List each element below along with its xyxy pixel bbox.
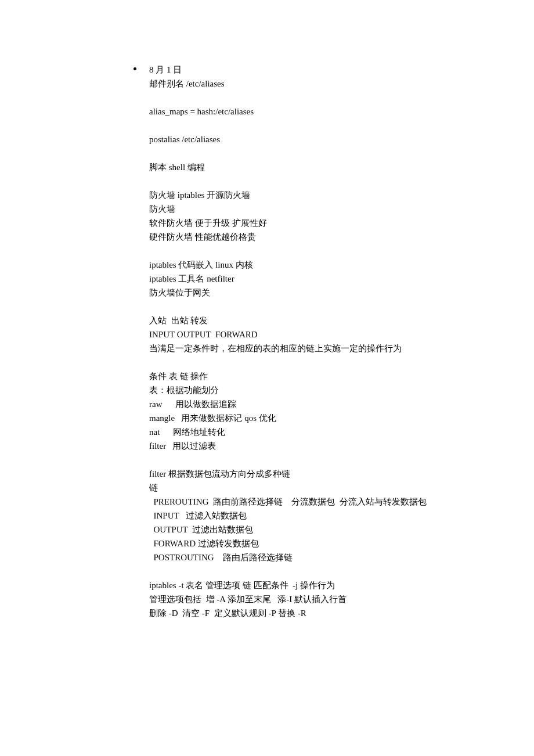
text-line: 管理选项包括 增 -A 添加至末尾 添-I 默认插入行首 bbox=[149, 592, 464, 606]
text-line: iptables -t 表名 管理选项 链 匹配条件 -j 操作行为 bbox=[149, 578, 464, 592]
blank-line bbox=[149, 300, 464, 314]
text-line: iptables 代码嵌入 linux 内核 bbox=[149, 258, 464, 272]
text-line: filter 根据数据包流动方向分成多种链 bbox=[149, 467, 464, 481]
text-line: FORWARD 过滤转发数据包 bbox=[149, 537, 464, 550]
blank-line bbox=[149, 244, 464, 258]
document-body: 8 月 1 日 邮件别名 /etc/aliases alias_maps = h… bbox=[0, 63, 534, 620]
blank-line bbox=[149, 118, 464, 132]
text-line: 入站 出站 转发 bbox=[149, 314, 464, 327]
text-line: mangle 用来做数据标记 qos 优化 bbox=[149, 411, 464, 425]
text-line: 脚本 shell 编程 bbox=[149, 160, 464, 174]
blank-line bbox=[149, 91, 464, 105]
text-line: filter 用以过滤表 bbox=[149, 439, 464, 453]
blank-line bbox=[149, 564, 464, 578]
text-line: alias_maps = hash:/etc/aliases bbox=[149, 105, 464, 118]
text-line: INPUT 过滤入站数据包 bbox=[149, 509, 464, 523]
text-line: 删除 -D 清空 -F 定义默认规则 -P 替换 -R bbox=[149, 606, 464, 620]
text-line: 邮件别名 /etc/aliases bbox=[149, 77, 464, 91]
blank-line bbox=[149, 174, 464, 188]
blank-line bbox=[149, 146, 464, 160]
text-line: 硬件防火墙 性能优越价格贵 bbox=[149, 230, 464, 244]
bullet-marker bbox=[134, 67, 136, 70]
text-line: POSTROUTING 路由后路径选择链 bbox=[149, 550, 464, 564]
date-line: 8 月 1 日 bbox=[149, 63, 464, 77]
bullet-item: 8 月 1 日 bbox=[149, 63, 464, 77]
text-line: postalias /etc/aliases bbox=[149, 132, 464, 146]
blank-line bbox=[149, 453, 464, 467]
text-line: 条件 表 链 操作 bbox=[149, 369, 464, 383]
text-line: 表：根据功能划分 bbox=[149, 383, 464, 397]
text-line: OUTPUT 过滤出站数据包 bbox=[149, 523, 464, 537]
blank-line bbox=[149, 355, 464, 369]
text-line: raw 用以做数据追踪 bbox=[149, 397, 464, 411]
text-line: 防火墙位于网关 bbox=[149, 286, 464, 300]
text-line: 软件防火墙 便于升级 扩展性好 bbox=[149, 216, 464, 230]
text-line: INPUT OUTPUT FORWARD bbox=[149, 327, 464, 341]
text-line: nat 网络地址转化 bbox=[149, 425, 464, 439]
text-line: 链 bbox=[149, 481, 464, 495]
text-line: 当满足一定条件时，在相应的表的相应的链上实施一定的操作行为 bbox=[149, 341, 464, 355]
text-line: iptables 工具名 netfilter bbox=[149, 272, 464, 286]
text-line: 防火墙 bbox=[149, 202, 464, 216]
text-line: PREROUTING 路由前路径选择链 分流数据包 分流入站与转发数据包 bbox=[149, 495, 464, 509]
text-line: 防火墙 iptables 开源防火墙 bbox=[149, 188, 464, 202]
